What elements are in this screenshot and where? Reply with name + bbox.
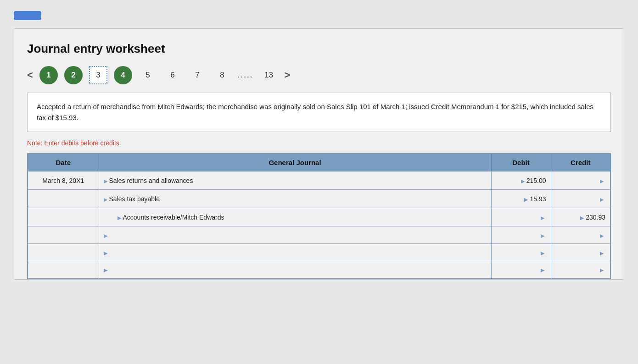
prev-arrow[interactable]: < [27,69,33,81]
row6-debit[interactable] [491,261,551,279]
page-8[interactable]: 8 [213,66,231,84]
row5-credit[interactable] [551,244,610,261]
page-7[interactable]: 7 [188,66,207,84]
next-arrow[interactable]: > [284,69,290,81]
row4-credit[interactable] [551,226,610,244]
table-row [28,226,610,244]
page-4[interactable]: 4 [114,66,132,84]
pagination: < 1 2 3 4 5 6 7 8 ..... 13 > [27,66,611,84]
table-row: Sales tax payable 15.93 [28,190,610,208]
top-button[interactable] [14,11,41,20]
description-box: Accepted a return of merchandise from Mi… [27,93,611,132]
row2-credit[interactable] [551,190,610,208]
page-3[interactable]: 3 [89,66,107,84]
row6-credit[interactable] [551,261,610,279]
row3-date [28,208,99,226]
table-header-row: Date General Journal Debit Credit [28,154,610,171]
page-6[interactable]: 6 [163,66,182,84]
worksheet-title: Journal entry worksheet [27,42,611,56]
worksheet-container: Journal entry worksheet < 1 2 3 4 5 6 7 … [14,28,624,280]
journal-table: Date General Journal Debit Credit March … [27,153,611,279]
row6-journal[interactable] [99,261,491,279]
row2-debit[interactable]: 15.93 [491,190,551,208]
header-credit: Credit [551,154,610,171]
row1-credit[interactable] [551,171,610,190]
page-ellipsis: ..... [238,71,253,80]
table-row [28,244,610,261]
row3-debit[interactable] [491,208,551,226]
table-row: March 8, 20X1 Sales returns and allowanc… [28,171,610,190]
row4-journal[interactable] [99,226,491,244]
row5-journal[interactable] [99,244,491,261]
row1-date: March 8, 20X1 [28,171,99,190]
header-date: Date [28,154,99,171]
row2-date [28,190,99,208]
row4-debit[interactable] [491,226,551,244]
row5-debit[interactable] [491,244,551,261]
row3-journal[interactable]: Accounts receivable/Mitch Edwards [99,208,491,226]
page-13[interactable]: 13 [259,66,278,84]
page-wrapper: Journal entry worksheet < 1 2 3 4 5 6 7 … [0,0,638,364]
header-debit: Debit [491,154,551,171]
page-2[interactable]: 2 [64,66,83,84]
row3-credit[interactable]: 230.93 [551,208,610,226]
row1-debit[interactable]: 215.00 [491,171,551,190]
page-1[interactable]: 1 [39,66,58,84]
table-row: Accounts receivable/Mitch Edwards 230.93 [28,208,610,226]
row2-journal[interactable]: Sales tax payable [99,190,491,208]
page-5[interactable]: 5 [139,66,157,84]
row6-date [28,261,99,279]
header-journal: General Journal [99,154,491,171]
row4-date [28,226,99,244]
row1-journal[interactable]: Sales returns and allowances [99,171,491,190]
description-text: Accepted a return of merchandise from Mi… [37,103,593,121]
row5-date [28,244,99,261]
table-row [28,261,610,279]
note-text: Note: Enter debits before credits. [27,139,611,147]
